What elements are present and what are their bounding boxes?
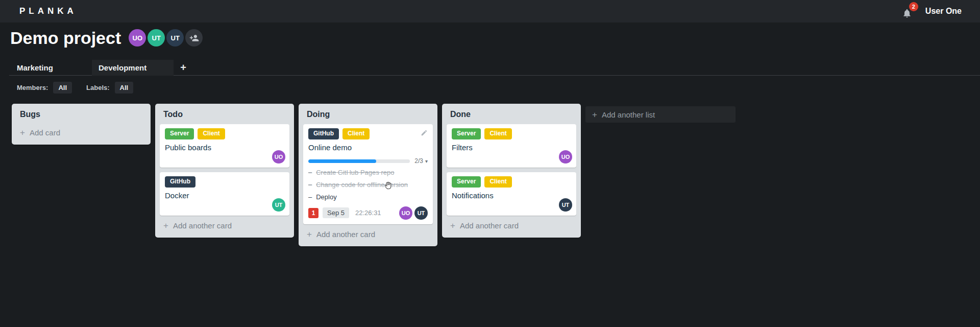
list-bugs: Bugs + Add card — [12, 104, 151, 145]
board: Bugs + Add card Todo Server Client Publi… — [12, 104, 980, 246]
task-item: – Create GitHub Pages repo — [308, 169, 428, 177]
progress-label[interactable]: 2/3 ▾ — [414, 157, 428, 165]
label-client[interactable]: Client — [342, 128, 370, 139]
list-title[interactable]: Done — [442, 104, 581, 123]
plus-icon: + — [450, 221, 455, 230]
tab-development[interactable]: Development — [92, 60, 174, 76]
label-github[interactable]: GitHub — [308, 128, 339, 139]
timer-label[interactable]: 22:26:31 — [355, 209, 381, 217]
card-title: Online demo — [308, 143, 428, 152]
add-card-label: Add another card — [173, 221, 232, 230]
project-title[interactable]: Demo project — [10, 27, 121, 49]
list-title[interactable]: Doing — [299, 104, 437, 123]
card-title: Filters — [452, 143, 571, 152]
label-client[interactable]: Client — [484, 128, 511, 139]
add-card-button[interactable]: + Add another card — [442, 216, 581, 236]
card-members: UO UT — [399, 206, 428, 220]
list-title[interactable]: Bugs — [12, 104, 151, 123]
member-avatar[interactable]: UO — [129, 29, 146, 46]
card-notifications[interactable]: Server Client Notifications UT — [447, 172, 576, 216]
add-member-button[interactable] — [185, 29, 203, 46]
add-list-button[interactable]: + Add another list — [585, 106, 736, 123]
task-item: – Change code for offline version — [308, 181, 428, 190]
list-done: Done Server Client Filters UO Server Cli… — [442, 104, 581, 238]
list-todo: Todo Server Client Public boards UO GitH… — [155, 104, 294, 238]
add-card-label: Add another card — [316, 230, 375, 239]
label-server[interactable]: Server — [452, 176, 481, 188]
chevron-down-icon: ▾ — [425, 158, 428, 164]
planka-logo[interactable]: PLANKA — [19, 6, 77, 16]
due-date-badge[interactable]: Sep 5 — [323, 207, 349, 218]
add-card-label: Add another card — [460, 221, 519, 230]
card-filters[interactable]: Server Client Filters UO — [447, 124, 576, 168]
card-labels: GitHub — [165, 176, 284, 191]
card-members: UO — [559, 150, 572, 164]
task-text: Deploy — [316, 193, 336, 202]
member-avatar[interactable]: UT — [148, 29, 165, 46]
label-client[interactable]: Client — [198, 128, 225, 139]
top-bar: PLANKA 2 User One — [0, 0, 980, 22]
add-card-button[interactable]: + Add another card — [155, 216, 294, 236]
add-board-button[interactable]: + — [174, 60, 193, 75]
add-card-button[interactable]: + Add card — [12, 123, 151, 143]
member-avatar[interactable]: UO — [399, 206, 412, 220]
label-server[interactable]: Server — [165, 128, 194, 139]
task-text: Create GitHub Pages repo — [316, 169, 394, 177]
progress-count: 2/3 — [414, 157, 423, 165]
notification-badge: 2 — [909, 2, 918, 11]
add-card-button[interactable]: + Add another card — [299, 224, 437, 245]
card-labels: Server Client — [165, 128, 284, 143]
list-title[interactable]: Todo — [155, 104, 294, 123]
plus-icon: + — [592, 110, 597, 119]
task-dash-icon: – — [308, 169, 312, 177]
plus-icon: + — [180, 62, 186, 74]
card-title: Docker — [165, 191, 284, 200]
planka-app: PLANKA 2 User One Demo project UO UT UT — [0, 0, 980, 327]
add-list-label: Add another list — [602, 110, 655, 119]
topbar-right: 2 User One — [902, 5, 980, 17]
list-doing: Doing GitHub Client Online demo — [299, 104, 437, 246]
labels-filter-label: Labels: — [86, 84, 110, 91]
label-server[interactable]: Server — [452, 128, 481, 139]
card-labels: GitHub Client — [308, 128, 428, 143]
label-client[interactable]: Client — [484, 176, 511, 188]
card-public-boards[interactable]: Server Client Public boards UO — [160, 124, 289, 168]
task-list: – Create GitHub Pages repo – Change code… — [308, 169, 428, 202]
add-card-label: Add card — [30, 128, 60, 137]
tab-marketing[interactable]: Marketing — [9, 60, 92, 75]
card-members: UT — [559, 198, 572, 212]
progress-fill — [308, 159, 376, 163]
card-title: Notifications — [452, 191, 571, 200]
cards-container: GitHub Client Online demo 2/3 ▾ — [299, 123, 437, 224]
user-menu[interactable]: User One — [925, 7, 962, 16]
member-avatar[interactable]: UT — [166, 29, 184, 46]
member-avatar[interactable]: UO — [272, 150, 285, 164]
person-add-icon — [189, 33, 199, 43]
card-title: Public boards — [165, 143, 284, 152]
member-avatar[interactable]: UT — [559, 198, 572, 212]
labels-filter-value[interactable]: All — [115, 82, 134, 94]
cards-container: Server Client Filters UO Server Client N… — [442, 123, 581, 216]
board-tabs: Marketing Development + — [9, 60, 193, 76]
progress-bar — [308, 159, 410, 163]
task-item: – Deploy — [308, 193, 428, 202]
card-online-demo[interactable]: GitHub Client Online demo 2/3 ▾ — [303, 124, 433, 224]
member-avatar[interactable]: UT — [272, 198, 285, 212]
card-docker[interactable]: GitHub Docker UT — [160, 172, 289, 216]
card-labels: Server Client — [452, 128, 571, 143]
task-text: Change code for offline version — [316, 181, 408, 190]
filter-bar: Members: All Labels: All — [17, 82, 133, 94]
task-dash-icon: – — [308, 181, 312, 190]
tasks-progress: 2/3 ▾ — [308, 157, 428, 165]
members-filter-label: Members: — [17, 84, 48, 91]
project-members: UO UT UT — [129, 29, 203, 46]
plus-icon: + — [163, 221, 168, 230]
member-avatar[interactable]: UO — [559, 150, 572, 164]
member-avatar[interactable]: UT — [414, 206, 428, 220]
edit-card-button[interactable] — [421, 129, 428, 138]
notifications-button[interactable]: 2 — [902, 5, 914, 17]
card-notification-badge: 1 — [308, 208, 318, 218]
pencil-icon — [421, 129, 428, 136]
members-filter-value[interactable]: All — [53, 82, 72, 94]
label-github[interactable]: GitHub — [165, 176, 195, 188]
